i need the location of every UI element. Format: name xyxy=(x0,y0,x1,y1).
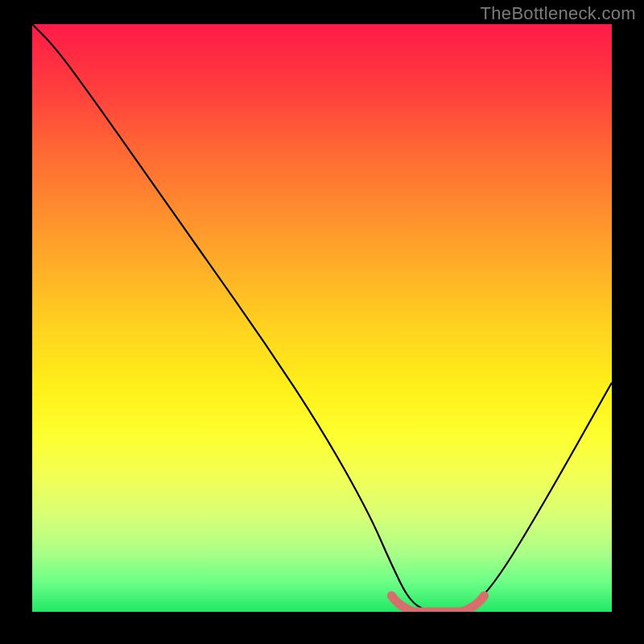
trough-highlight xyxy=(391,596,484,612)
watermark-text: TheBottleneck.com xyxy=(481,3,636,24)
plot-area xyxy=(32,24,612,612)
curve-svg xyxy=(32,24,612,612)
bottleneck-curve-line xyxy=(32,24,612,612)
chart-frame: TheBottleneck.com xyxy=(0,0,644,644)
